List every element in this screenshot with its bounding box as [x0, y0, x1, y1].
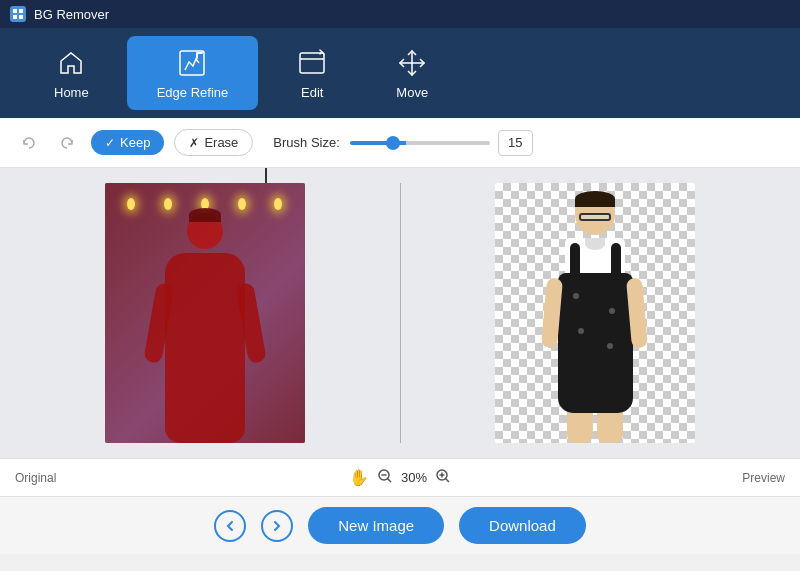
preview-panel — [411, 183, 781, 443]
prev-button[interactable] — [214, 510, 246, 542]
edge-refine-icon — [176, 47, 208, 79]
svg-rect-2 — [13, 15, 17, 19]
svg-rect-4 — [180, 51, 204, 75]
preview-right-leg — [597, 413, 623, 443]
preview-left-arm — [541, 277, 563, 348]
nav-label-move: Move — [396, 85, 428, 100]
keep-label: Keep — [120, 135, 150, 150]
redo-button[interactable] — [53, 133, 81, 153]
preview-collar — [585, 238, 605, 250]
zoom-out-icon[interactable] — [377, 468, 393, 487]
pan-icon[interactable]: ✋ — [349, 468, 369, 487]
erase-icon-glyph — [189, 135, 199, 150]
next-button[interactable] — [261, 510, 293, 542]
preview-glasses — [579, 213, 611, 221]
action-bar: New Image Download — [0, 496, 800, 554]
nav-item-home[interactable]: Home — [24, 36, 119, 110]
dot-2 — [609, 308, 615, 314]
preview-right-arm — [626, 277, 648, 348]
person-body — [165, 253, 245, 443]
zoom-controls: ✋ 30% — [349, 468, 451, 487]
dot-1 — [573, 293, 579, 299]
move-icon — [396, 47, 428, 79]
preview-left-leg — [567, 413, 593, 443]
zoom-percent: 30% — [401, 470, 427, 485]
brush-value: 15 — [498, 130, 533, 156]
svg-rect-5 — [300, 53, 324, 73]
nav-label-edge-refine: Edge Refine — [157, 85, 229, 100]
info-bar: Original ✋ 30% Preview — [0, 458, 800, 496]
preview-strap-right — [611, 243, 621, 278]
preview-strap-left — [570, 243, 580, 278]
new-image-button[interactable]: New Image — [308, 507, 444, 544]
nav-item-edit[interactable]: Edit — [266, 36, 358, 110]
undo-button[interactable] — [15, 133, 43, 153]
erase-button[interactable]: Erase — [174, 129, 253, 156]
nav-label-edit: Edit — [301, 85, 323, 100]
svg-rect-1 — [19, 9, 23, 13]
dot-3 — [578, 328, 584, 334]
title-bar: BG Remover — [0, 0, 800, 28]
keep-button[interactable]: Keep — [91, 130, 164, 155]
brush-size-label: Brush Size: — [273, 135, 339, 150]
preview-dress — [558, 273, 633, 413]
brush-size-control: 15 — [350, 130, 533, 156]
brush-slider[interactable] — [350, 141, 490, 145]
check-icon — [105, 135, 115, 150]
erase-label: Erase — [204, 135, 238, 150]
person-hair — [189, 208, 221, 222]
svg-line-7 — [387, 479, 391, 483]
edit-icon — [296, 47, 328, 79]
svg-line-10 — [446, 479, 450, 483]
preview-legs — [560, 413, 630, 443]
person-head — [187, 213, 223, 249]
light-4 — [238, 198, 246, 210]
preview-head — [575, 195, 615, 235]
light-1 — [127, 198, 135, 210]
preview-hair — [575, 191, 615, 207]
dot-4 — [607, 343, 613, 349]
preview-image — [495, 183, 695, 443]
toolbar: Keep Erase Brush Size: 15 — [0, 118, 800, 168]
light-2 — [164, 198, 172, 210]
preview-label: Preview — [742, 471, 785, 485]
panel-divider — [400, 183, 401, 443]
svg-rect-0 — [13, 9, 17, 13]
nav-label-home: Home — [54, 85, 89, 100]
original-image — [105, 183, 305, 443]
light-5 — [274, 198, 282, 210]
home-icon — [55, 47, 87, 79]
zoom-in-icon[interactable] — [435, 468, 451, 487]
main-panels — [0, 168, 800, 458]
original-panel — [20, 183, 390, 443]
nav-item-move[interactable]: Move — [366, 36, 458, 110]
person-preview — [540, 195, 650, 443]
download-button[interactable]: Download — [459, 507, 586, 544]
svg-rect-3 — [19, 15, 23, 19]
person-original — [155, 213, 255, 443]
app-icon — [10, 6, 26, 22]
nav-item-edge-refine[interactable]: Edge Refine — [127, 36, 259, 110]
app-title: BG Remover — [34, 7, 109, 22]
nav-bar: Home Edge Refine Edit — [0, 28, 800, 118]
original-label: Original — [15, 471, 56, 485]
